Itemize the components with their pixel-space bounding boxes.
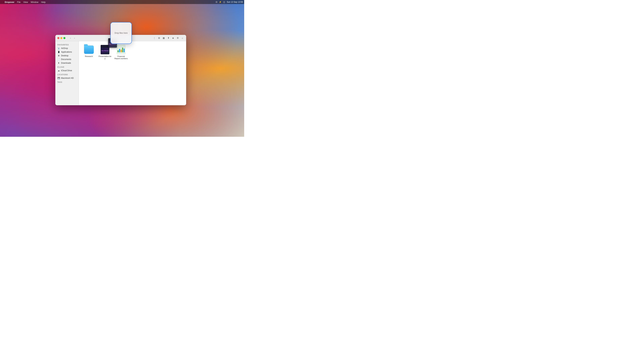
menubar: Dropover File View Window Help ⊡ ⚡ ◫ Sun… [0, 0, 244, 4]
dropover-widget[interactable]: Drop files here [110, 22, 132, 44]
sidebar-item-macintosh-hd[interactable]: 💾 Macintosh HD [55, 76, 79, 80]
sidebar-item-documents-label: Documents [61, 58, 71, 60]
sidebar-item-icloud-drive[interactable]: ☁ iCloud Drive [55, 69, 79, 72]
close-button[interactable] [57, 37, 59, 39]
maximize-button[interactable] [64, 37, 66, 39]
applications-icon: 📱 [57, 51, 60, 53]
icloud-drive-icon: ☁ [57, 69, 60, 72]
locations-section-label: Locations [55, 72, 79, 76]
traffic-lights [57, 37, 66, 39]
status-icon-1[interactable]: ⊡ [216, 1, 217, 3]
sidebar-item-icloud-label: iCloud Drive [61, 69, 72, 72]
downloads-icon: ⬇ [57, 62, 60, 64]
tag-icon[interactable]: ◈ [172, 36, 175, 40]
column-view-icon[interactable]: ▦ [162, 36, 165, 40]
share-icon[interactable]: ⬆ [167, 36, 170, 40]
menu-window[interactable]: Window [31, 1, 38, 3]
search-icon[interactable]: ⌕ [181, 36, 184, 40]
back-button[interactable]: ‹ [69, 36, 72, 40]
action-icon[interactable]: ⚙ [176, 36, 180, 40]
sidebar-item-applications-label: Applications [61, 51, 72, 53]
sidebar-item-downloads-label: Downloads [61, 62, 71, 64]
menubar-right: ⊡ ⚡ ◫ Sun 13 Sep 13:59 [216, 1, 243, 3]
app-name-label[interactable]: Dropover [5, 1, 14, 3]
menu-file[interactable]: File [17, 1, 21, 3]
sidebar-item-applications[interactable]: 📱 Applications [55, 50, 79, 54]
bluetooth-icon[interactable]: ⚡ [219, 1, 222, 3]
documents-icon: 📄 [57, 58, 60, 61]
finder-content: Research New Release Presentation.key [79, 41, 186, 105]
menubar-left: Dropover File View Window Help [1, 1, 46, 3]
sidebar-item-desktop-label: Desktop [61, 54, 68, 57]
finder-nav: ‹ › [69, 36, 76, 40]
airdrop-icon: 📡 [57, 47, 60, 50]
file-label-financial: Financial Report.numbers [114, 55, 128, 60]
file-item-research[interactable]: Research [82, 44, 96, 60]
grid-view-icon[interactable]: ⊞ [157, 36, 161, 40]
folder-icon-research [84, 44, 94, 55]
datetime-display: Sun 13 Sep 13:59 [227, 1, 243, 3]
file-label-research: Research [85, 55, 93, 57]
wifi-icon[interactable]: ◫ [223, 1, 225, 3]
sidebar-item-downloads[interactable]: ⬇ Downloads [55, 61, 79, 65]
finder-toolbar-right: ⋮ ⊞ ▦ ⬆ ◈ ⚙ ⌕ [152, 36, 184, 40]
finder-body: Favourites 📡 AirDrop 📱 Applications 🖥 De… [55, 41, 186, 105]
forward-button[interactable]: › [73, 36, 76, 40]
favourites-section-label: Favourites [55, 42, 79, 46]
drop-zone-text: Drop files here [112, 32, 130, 34]
tags-section-label: Tags [55, 80, 79, 84]
hard-drive-icon: 💾 [57, 77, 60, 79]
numbers-icon-financial [116, 44, 126, 55]
view-options-icon[interactable]: ⋮ [152, 36, 156, 40]
numbers-chart [117, 47, 125, 52]
desktop-icon: 🖥 [57, 54, 60, 57]
sidebar-item-macintosh-label: Macintosh HD [61, 77, 74, 79]
sidebar-item-documents[interactable]: 📄 Documents [55, 57, 79, 61]
finder-sidebar: Favourites 📡 AirDrop 📱 Applications 🖥 De… [55, 41, 79, 105]
sidebar-item-airdrop[interactable]: 📡 AirDrop [55, 46, 79, 50]
sidebar-item-airdrop-label: AirDrop [61, 47, 68, 49]
finder-window: ‹ › Presentation ⋮ ⊞ ▦ ⬆ ◈ ⚙ ⌕ Favourite… [55, 35, 186, 105]
menu-view[interactable]: View [23, 1, 28, 3]
sidebar-item-desktop[interactable]: 🖥 Desktop [55, 54, 79, 57]
minimize-button[interactable] [60, 37, 62, 39]
menu-help[interactable]: Help [41, 1, 46, 3]
file-label-presentation: Presentation.key [98, 55, 112, 60]
icloud-section-label: iCloud [55, 65, 79, 69]
